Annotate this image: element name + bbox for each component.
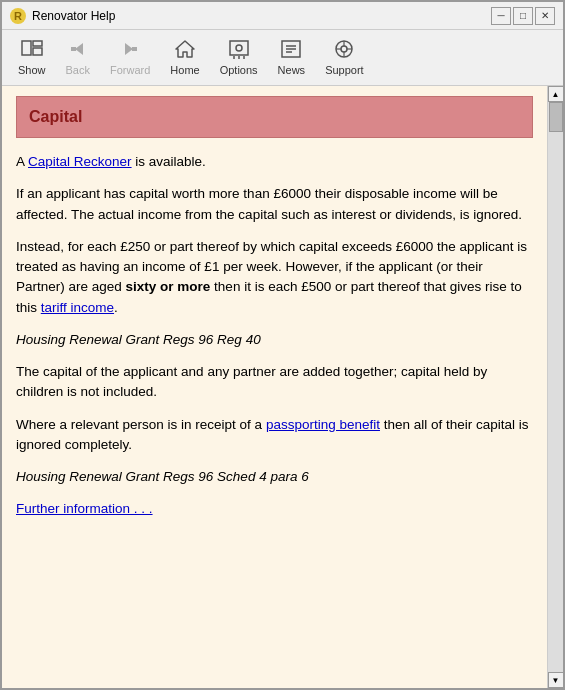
scroll-up-button[interactable]: ▲ bbox=[548, 86, 564, 102]
paragraph-capital-reckoner: A Capital Reckoner is available. bbox=[16, 152, 533, 172]
paragraph-passporting: Where a relevant person is in receipt of… bbox=[16, 415, 533, 456]
passporting-benefit-link[interactable]: passporting benefit bbox=[266, 417, 380, 432]
page-heading: Capital bbox=[16, 96, 533, 138]
tariff-income-link[interactable]: tariff income bbox=[41, 300, 114, 315]
show-label: Show bbox=[18, 64, 46, 76]
bold-sixty-or-more: sixty or more bbox=[126, 279, 211, 294]
paragraph-capital-children: The capital of the applicant and any par… bbox=[16, 362, 533, 403]
minimize-button[interactable]: ─ bbox=[491, 7, 511, 25]
scroll-down-button[interactable]: ▼ bbox=[548, 672, 564, 688]
toolbar-home[interactable]: Home bbox=[162, 37, 207, 78]
svg-rect-1 bbox=[33, 41, 42, 46]
back-label: Back bbox=[66, 64, 90, 76]
app-icon: R bbox=[10, 8, 26, 24]
p1-suffix: is available. bbox=[132, 154, 206, 169]
svg-marker-3 bbox=[75, 43, 83, 55]
svg-marker-5 bbox=[125, 43, 133, 55]
toolbar-options[interactable]: Options bbox=[212, 37, 266, 78]
paragraph-capital-worth: If an applicant has capital worth more t… bbox=[16, 184, 533, 225]
home-icon bbox=[174, 39, 196, 62]
paragraph-tariff: Instead, for each £250 or part thereof b… bbox=[16, 237, 533, 318]
svg-rect-6 bbox=[132, 47, 137, 51]
toolbar: Show Back Forward bbox=[2, 30, 563, 86]
citation-2: Housing Renewal Grant Regs 96 Sched 4 pa… bbox=[16, 467, 533, 487]
content-wrapper: Capital A Capital Reckoner is available.… bbox=[2, 86, 563, 688]
maximize-button[interactable]: □ bbox=[513, 7, 533, 25]
citation-1: Housing Renewal Grant Regs 96 Reg 40 bbox=[16, 330, 533, 350]
home-label: Home bbox=[170, 64, 199, 76]
svg-rect-0 bbox=[22, 41, 31, 55]
toolbar-show[interactable]: Show bbox=[10, 37, 54, 78]
p5-prefix: Where a relevant person is in receipt of… bbox=[16, 417, 266, 432]
p3-suffix: . bbox=[114, 300, 118, 315]
support-icon bbox=[333, 39, 355, 62]
svg-point-18 bbox=[341, 46, 347, 52]
scrollbar: ▲ ▼ bbox=[547, 86, 563, 688]
svg-rect-2 bbox=[33, 48, 42, 55]
further-info-link[interactable]: Further information . . . bbox=[16, 501, 153, 516]
scroll-track[interactable] bbox=[548, 102, 564, 672]
close-button[interactable]: ✕ bbox=[535, 7, 555, 25]
toolbar-support[interactable]: Support bbox=[317, 37, 372, 78]
forward-label: Forward bbox=[110, 64, 150, 76]
svg-marker-7 bbox=[176, 41, 194, 57]
back-icon bbox=[67, 39, 89, 62]
show-icon bbox=[21, 39, 43, 62]
scroll-thumb[interactable] bbox=[549, 102, 563, 132]
options-label: Options bbox=[220, 64, 258, 76]
svg-rect-4 bbox=[71, 47, 76, 51]
toolbar-news[interactable]: News bbox=[270, 37, 314, 78]
window-title: Renovator Help bbox=[32, 9, 115, 23]
news-icon bbox=[280, 39, 302, 62]
toolbar-back[interactable]: Back bbox=[58, 37, 98, 78]
svg-point-9 bbox=[236, 45, 242, 51]
svg-rect-8 bbox=[230, 41, 248, 55]
options-icon bbox=[228, 39, 250, 62]
news-label: News bbox=[278, 64, 306, 76]
title-bar-left: R Renovator Help bbox=[10, 8, 115, 24]
toolbar-forward[interactable]: Forward bbox=[102, 37, 158, 78]
support-label: Support bbox=[325, 64, 364, 76]
capital-reckoner-link[interactable]: Capital Reckoner bbox=[28, 154, 132, 169]
further-info-paragraph: Further information . . . bbox=[16, 499, 533, 519]
title-bar: R Renovator Help ─ □ ✕ bbox=[2, 2, 563, 30]
p1-prefix: A bbox=[16, 154, 28, 169]
main-content: Capital A Capital Reckoner is available.… bbox=[2, 86, 547, 688]
main-window: R Renovator Help ─ □ ✕ Show bbox=[0, 0, 565, 690]
window-controls: ─ □ ✕ bbox=[491, 7, 555, 25]
forward-icon bbox=[119, 39, 141, 62]
